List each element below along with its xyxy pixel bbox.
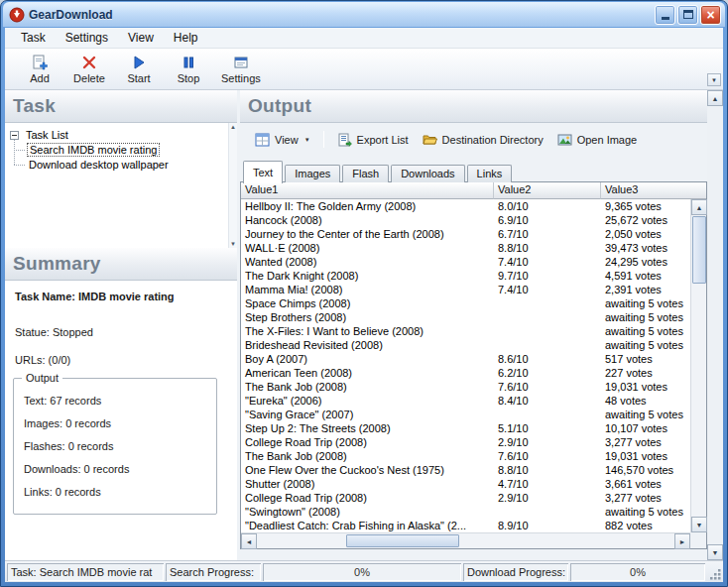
column-header-value1[interactable]: Value1	[241, 182, 494, 199]
view-icon	[255, 133, 270, 147]
window-title: GearDownload	[29, 8, 655, 22]
delete-button[interactable]: Delete	[64, 49, 114, 89]
export-list-button[interactable]: Export List	[330, 130, 416, 150]
scroll-left-icon[interactable]: ◄	[241, 533, 257, 549]
tab-links[interactable]: Links	[467, 165, 513, 182]
table-cell-value3: 19,031 votes	[601, 380, 690, 394]
table-row[interactable]: American Teen (2008)6.2/10227 votes	[241, 366, 690, 380]
scroll-right-icon[interactable]: ►	[674, 533, 690, 549]
table-cell-value1: Hellboy II: The Golden Army (2008)	[241, 199, 494, 213]
table-row[interactable]: "Eureka" (2006)8.4/1048 votes	[241, 394, 690, 408]
table-cell-value1: The Bank Job (2008)	[241, 449, 494, 463]
tree-root-label[interactable]: Task List	[24, 129, 70, 141]
scroll-down-icon[interactable]: ▼	[691, 517, 707, 532]
table-row[interactable]: "Deadliest Catch: Crab Fishing in Alaska…	[241, 519, 690, 532]
summary-output-group: Output Text: 67 records Images: 0 record…	[13, 378, 217, 515]
table-row[interactable]: WALL·E (2008)8.8/1039,473 votes	[241, 241, 690, 255]
minimize-icon	[662, 17, 669, 20]
view-button-label: View	[275, 134, 299, 146]
settings-button[interactable]: Settings	[213, 49, 269, 89]
scroll-down-icon[interactable]: ▼	[229, 241, 237, 247]
close-button[interactable]: ×	[700, 5, 721, 25]
stop-button[interactable]: Stop	[164, 49, 213, 89]
scroll-down-icon[interactable]: ▼	[707, 544, 723, 560]
tab-downloads[interactable]: Downloads	[391, 165, 464, 182]
scroll-up-icon[interactable]: ▲	[707, 90, 723, 106]
window: GearDownload × Task Settings View Help	[0, 0, 728, 587]
minimize-button[interactable]	[655, 5, 675, 25]
table-row[interactable]: Mamma Mia! (2008)7.4/102,391 votes	[241, 283, 690, 296]
vertical-scroll-thumb[interactable]	[692, 216, 706, 284]
panel-scrollbar[interactable]: ▲ ▼	[707, 90, 723, 560]
scroll-up-icon[interactable]: ▲	[229, 124, 237, 130]
table-row[interactable]: Space Chimps (2008)awaiting 5 votes	[241, 296, 690, 310]
column-header-value3[interactable]: Value3	[601, 182, 706, 199]
summary-flash-records: Flashes: 0 records	[24, 440, 113, 452]
menu-help[interactable]: Help	[164, 29, 208, 47]
table-cell-value2	[494, 296, 601, 310]
summary-panel-title: Summary	[13, 253, 101, 275]
table-cell-value1: Shutter (2008)	[241, 477, 494, 491]
table-row[interactable]: Hellboy II: The Golden Army (2008)8.0/10…	[241, 199, 690, 213]
table-cell-value3: 3,277 votes	[601, 491, 690, 505]
table-vertical-scrollbar[interactable]: ▲ ▼	[690, 199, 706, 532]
table-row[interactable]: College Road Trip (2008)2.9/103,277 vote…	[241, 491, 690, 505]
tab-text[interactable]: Text	[243, 161, 283, 183]
table-row[interactable]: Wanted (2008)7.4/1024,295 votes	[241, 255, 690, 269]
table-cell-value1: Journey to the Center of the Earth (2008…	[241, 227, 494, 241]
tree-scrollbar[interactable]: ▲ ▼	[228, 123, 237, 248]
table-row[interactable]: The X-Files: I Want to Believe (2008)awa…	[241, 324, 690, 338]
table-row[interactable]: The Bank Job (2008)7.6/1019,031 votes	[241, 449, 690, 463]
horizontal-scroll-thumb[interactable]	[346, 534, 459, 547]
table-cell-value1: Brideshead Revisited (2008)	[241, 338, 494, 352]
view-button[interactable]: View ▼	[248, 130, 317, 150]
menu-settings[interactable]: Settings	[56, 29, 118, 47]
tree-item-download-wallpaper[interactable]: Download desktop wallpaper	[27, 159, 171, 171]
output-panel-header: Output	[240, 90, 707, 123]
table-cell-value1: Mamma Mia! (2008)	[241, 283, 494, 296]
table-row[interactable]: "Saving Grace" (2007)awaiting 5 votes	[241, 408, 690, 421]
tab-images[interactable]: Images	[285, 165, 340, 182]
summary-task-name: Task Name: IMDB movie rating	[15, 291, 175, 302]
table-row[interactable]: Brideshead Revisited (2008)awaiting 5 vo…	[241, 338, 690, 352]
tree-item-search-imdb[interactable]: Search IMDB movie rating	[27, 143, 160, 157]
resize-grip[interactable]	[707, 563, 722, 581]
start-button[interactable]: Start	[114, 49, 164, 89]
add-button[interactable]: Add	[15, 49, 64, 89]
toolbar-overflow-chevron[interactable]: ▼	[707, 73, 721, 86]
table-row[interactable]: The Bank Job (2008)7.6/1019,031 votes	[241, 380, 690, 394]
titlebar[interactable]: GearDownload ×	[3, 2, 725, 27]
table-row[interactable]: Boy A (2007)8.6/10517 votes	[241, 352, 690, 366]
output-panel-title: Output	[248, 95, 311, 117]
table-cell-value2: 8.6/10	[494, 352, 601, 366]
table-cell-value1: College Road Trip (2008)	[241, 435, 494, 449]
table-cell-value1: "Deadliest Catch: Crab Fishing in Alaska…	[241, 519, 494, 532]
table-horizontal-scrollbar[interactable]: ◄ ►	[241, 532, 690, 548]
table-row[interactable]: Step Up 2: The Streets (2008)5.1/1010,10…	[241, 421, 690, 435]
destination-directory-button[interactable]: Destination Directory	[416, 130, 550, 150]
chevron-down-icon: ▼	[304, 137, 310, 143]
table-cell-value3: 4,591 votes	[601, 269, 690, 283]
tab-flash[interactable]: Flash	[342, 165, 389, 182]
table-cell-value2	[494, 324, 601, 338]
table-cell-value3: awaiting 5 votes	[601, 296, 690, 310]
table-cell-value3: 24,295 votes	[601, 255, 690, 269]
table-row[interactable]: College Road Trip (2008)2.9/103,277 vote…	[241, 435, 690, 449]
download-progress-bar: 0%	[570, 563, 705, 581]
table-row[interactable]: Step Brothers (2008)awaiting 5 votes	[241, 310, 690, 324]
table-row[interactable]: "Swingtown" (2008)awaiting 5 votes	[241, 505, 690, 519]
menu-task[interactable]: Task	[11, 29, 56, 47]
maximize-button[interactable]	[677, 5, 698, 25]
table-row[interactable]: Hancock (2008)6.9/1025,672 votes	[241, 213, 690, 227]
scroll-up-icon[interactable]: ▲	[691, 199, 707, 215]
table-cell-value2: 9.7/10	[494, 269, 601, 283]
tree-collapse-toggle[interactable]	[10, 131, 19, 140]
menu-view[interactable]: View	[118, 29, 164, 47]
table-row[interactable]: Journey to the Center of the Earth (2008…	[241, 227, 690, 241]
table-row[interactable]: The Dark Knight (2008)9.7/104,591 votes	[241, 269, 690, 283]
table-cell-value1: Hancock (2008)	[241, 213, 494, 227]
column-header-value2[interactable]: Value2	[494, 182, 601, 199]
table-row[interactable]: Shutter (2008)4.7/103,661 votes	[241, 477, 690, 491]
open-image-button[interactable]: Open Image	[550, 130, 645, 150]
table-row[interactable]: One Flew Over the Cuckoo's Nest (1975)8.…	[241, 463, 690, 477]
